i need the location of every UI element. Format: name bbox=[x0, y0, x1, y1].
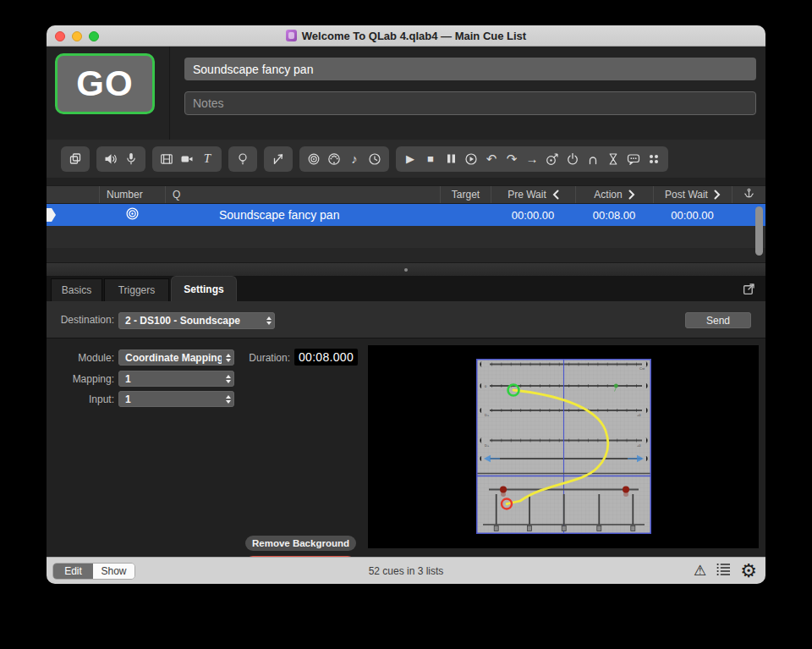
goto-cue-icon[interactable]: → bbox=[522, 147, 542, 171]
input-select[interactable]: 1 bbox=[118, 391, 234, 407]
mapping-select[interactable]: 1 bbox=[118, 371, 234, 387]
cue-type-cell bbox=[99, 206, 165, 224]
column-action[interactable]: Action bbox=[575, 186, 653, 203]
destination-select[interactable]: 2 - DS100 - Soundscape bbox=[118, 312, 275, 329]
toolbar-group-fade bbox=[264, 146, 293, 172]
mic-cue-icon[interactable] bbox=[121, 147, 141, 171]
video-cue-icon[interactable] bbox=[156, 147, 177, 171]
start-cue-icon[interactable]: ▶ bbox=[400, 147, 420, 171]
column-post-wait[interactable]: Post Wait bbox=[653, 186, 732, 203]
destination-row: Destination: 2 - DS100 - Soundscape Send bbox=[47, 301, 765, 338]
transport-header: GO bbox=[47, 47, 765, 140]
cue-list-scrollbar[interactable] bbox=[755, 206, 763, 256]
cart-cue-icon[interactable] bbox=[644, 147, 664, 171]
toolbar-group-network: ♪ bbox=[299, 146, 389, 172]
stepper-arrows-icon bbox=[262, 312, 275, 329]
toolbar-group-control: ▶ ■ ↶ ↷ → bbox=[396, 146, 668, 172]
cue-action[interactable]: 00:08.00 bbox=[575, 209, 653, 222]
svg-text:Cst: Cst bbox=[639, 366, 645, 371]
expand-action-icon[interactable] bbox=[628, 190, 635, 200]
text-cue-icon[interactable]: T bbox=[197, 147, 217, 171]
toolbar-group-light bbox=[228, 146, 257, 172]
duration-field[interactable]: 00:08.000 bbox=[294, 349, 358, 366]
toolbar-group-audio bbox=[96, 146, 145, 172]
anchor-icon bbox=[743, 187, 754, 202]
devamp-cue-icon[interactable]: ↷ bbox=[502, 147, 522, 171]
toolbar-gap bbox=[47, 178, 765, 185]
midi-cue-icon[interactable] bbox=[324, 147, 344, 171]
expand-post-wait-icon[interactable] bbox=[714, 190, 721, 200]
column-continue[interactable] bbox=[732, 186, 765, 203]
light-cue-icon[interactable] bbox=[233, 147, 253, 171]
window-title: Welcome To QLab 4.qlab4 — Main Cue List bbox=[302, 30, 526, 42]
go-button[interactable]: GO bbox=[55, 53, 155, 114]
midi-file-cue-icon[interactable]: ♪ bbox=[344, 147, 365, 171]
tab-settings[interactable]: Settings bbox=[171, 276, 237, 301]
status-bar: Edit Show 52 cues in 3 lists ⚠ ⚙ bbox=[47, 557, 765, 584]
splitter-handle-icon bbox=[404, 268, 408, 272]
svg-text:D+: D+ bbox=[485, 443, 490, 448]
title-bar[interactable]: Welcome To QLab 4.qlab4 — Main Cue List bbox=[47, 25, 765, 47]
coordinate-mapping-preview[interactable]: 0D+D+ Cst+0+0 bbox=[368, 345, 759, 548]
audio-cue-icon[interactable] bbox=[101, 147, 121, 171]
workspace-settings-gear-icon[interactable]: ⚙ bbox=[740, 562, 757, 580]
network-cue-type-icon bbox=[125, 206, 140, 224]
popout-inspector-icon[interactable] bbox=[742, 282, 756, 296]
source-pin bbox=[614, 384, 618, 388]
stop-cue-icon[interactable]: ■ bbox=[420, 147, 441, 171]
zoom-window-button[interactable] bbox=[89, 31, 99, 41]
toolbar-group-video: T bbox=[152, 146, 222, 172]
column-target[interactable]: Target bbox=[440, 186, 491, 203]
remove-background-button[interactable]: Remove Background bbox=[245, 536, 356, 551]
stepper-arrows-icon bbox=[222, 391, 234, 407]
module-label: Module: bbox=[47, 352, 114, 364]
close-window-button[interactable] bbox=[55, 31, 65, 41]
column-number[interactable]: Number bbox=[99, 186, 165, 203]
minimize-window-button[interactable] bbox=[72, 31, 82, 41]
qlab-window: Welcome To QLab 4.qlab4 — Main Cue List … bbox=[47, 25, 765, 584]
toolbar-group-group bbox=[61, 146, 90, 172]
cue-lists-icon[interactable] bbox=[716, 562, 731, 580]
pause-cue-icon[interactable] bbox=[441, 147, 461, 171]
column-pre-wait[interactable]: Pre Wait bbox=[491, 186, 575, 203]
svg-text:+0: +0 bbox=[637, 413, 641, 417]
svg-text:D+: D+ bbox=[485, 413, 490, 417]
collapse-pre-wait-icon[interactable] bbox=[552, 190, 559, 200]
send-button[interactable]: Send bbox=[685, 312, 751, 328]
disarm-cue-icon[interactable] bbox=[562, 147, 583, 171]
document-icon bbox=[286, 30, 297, 41]
mapping-label: Mapping: bbox=[47, 373, 114, 385]
wait-cue-icon[interactable] bbox=[603, 147, 623, 171]
tab-triggers[interactable]: Triggers bbox=[104, 278, 169, 301]
column-status bbox=[47, 186, 99, 203]
column-q[interactable]: Q bbox=[165, 186, 440, 203]
input-label: Input: bbox=[47, 393, 114, 405]
cue-name[interactable]: Soundscape fancy pan bbox=[165, 208, 440, 222]
memo-cue-icon[interactable] bbox=[623, 147, 644, 171]
group-cue-icon[interactable] bbox=[65, 147, 85, 171]
cue-title-input[interactable] bbox=[184, 58, 756, 80]
module-select[interactable]: Coordinate Mapping bbox=[118, 349, 234, 366]
inspector-splitter[interactable] bbox=[47, 262, 765, 276]
arm-cue-icon[interactable] bbox=[583, 147, 603, 171]
cue-count-status: 52 cues in 3 lists bbox=[47, 558, 765, 584]
cue-list-body: Soundscape fancy pan 00:00.00 00:08.00 0… bbox=[47, 204, 765, 262]
timecode-cue-icon[interactable] bbox=[365, 147, 385, 171]
target-cue-icon[interactable] bbox=[542, 147, 562, 171]
stepper-arrows-icon bbox=[222, 349, 234, 366]
reset-cue-icon[interactable]: ↶ bbox=[481, 147, 502, 171]
fade-cue-icon[interactable] bbox=[268, 147, 288, 171]
cue-row-selected[interactable]: Soundscape fancy pan 00:00.00 00:08.00 0… bbox=[47, 204, 765, 226]
cue-pre-wait[interactable]: 00:00.00 bbox=[491, 209, 575, 222]
network-cue-icon[interactable] bbox=[304, 147, 324, 171]
warnings-icon[interactable]: ⚠ bbox=[694, 564, 706, 578]
cue-list-header: Number Q Target Pre Wait Action Post Wai… bbox=[47, 185, 765, 204]
tab-basics[interactable]: Basics bbox=[51, 278, 102, 301]
cue-post-wait[interactable]: 00:00.00 bbox=[653, 209, 732, 222]
empty-row[interactable] bbox=[47, 226, 765, 248]
mapping-plot[interactable]: 0D+D+ Cst+0+0 bbox=[476, 359, 651, 534]
notes-input[interactable] bbox=[184, 91, 756, 115]
camera-cue-icon[interactable] bbox=[177, 147, 197, 171]
empty-row[interactable] bbox=[47, 248, 765, 262]
load-cue-icon[interactable] bbox=[461, 147, 481, 171]
